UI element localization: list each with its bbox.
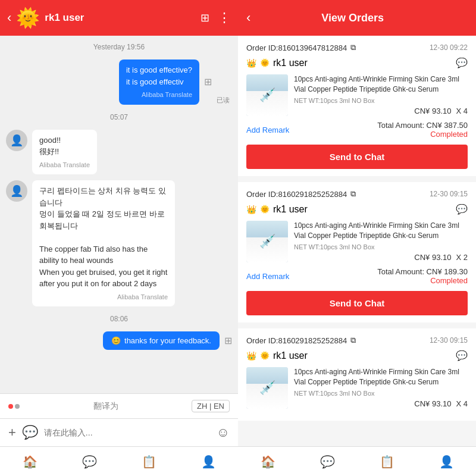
sender-avatar-2: 👤 [6, 180, 27, 202]
chat-username: rk1 user [45, 12, 84, 24]
order-copy-icon-3[interactable]: ⧉ [350, 336, 356, 345]
total-area-2: Total Amount: CN¥ 189.30 Completed [377, 267, 468, 285]
crown-icon-2: 👑 [246, 205, 256, 214]
status-2: Completed [377, 276, 468, 285]
product-price-row-1: CN¥ 93.10 X 4 [294, 107, 468, 115]
bottom-nav-profile[interactable]: 👤 [201, 455, 216, 469]
total-text-2: Total Amount: CN¥ 189.30 [377, 267, 468, 276]
dot-red [8, 404, 13, 409]
product-qty-2: X 2 [456, 253, 468, 262]
product-price-1: CN¥ 93.10 [414, 107, 451, 115]
orders-back-button[interactable]: ‹ [246, 10, 250, 26]
send-to-chat-btn-1[interactable]: Send to Chat [246, 145, 468, 169]
order-id-text-2: Order ID:8160291825252884 [246, 190, 347, 199]
chat-user-area: 🌞 rk1 user [16, 7, 201, 29]
timestamp-0806: 08:06 [6, 315, 232, 323]
chat-header-icons: ⊞ ⋮ [201, 10, 231, 26]
message-outgoing-1: 已读 ⊞ it is good effective?it is good eff… [6, 60, 232, 105]
product-info-3: 10pcs Anti-aging Anti-Wrinkle Firming Sk… [294, 367, 468, 409]
chat-bubble-icon-3[interactable]: 💬 [456, 350, 468, 361]
copy-emoji-icon[interactable]: ⊞ [224, 335, 232, 346]
send-to-chat-btn-2[interactable]: Send to Chat [246, 291, 468, 315]
chat-bubble-icon-1[interactable]: 💬 [456, 57, 468, 68]
orders-nav-profile[interactable]: 👤 [439, 455, 454, 469]
order-id-row-2: Order ID:8160291825252884 ⧉ 12-30 09:15 [246, 189, 468, 199]
bottom-nav-chat[interactable]: 💬 [82, 455, 97, 469]
product-image-1 [246, 74, 288, 116]
order-copy-icon-2[interactable]: ⧉ [350, 189, 356, 199]
bottom-nav-home[interactable]: 🏠 [23, 455, 37, 469]
product-price-3: CN¥ 93.10 [414, 399, 451, 408]
message-chinese-1: 很好!! [39, 146, 90, 158]
order-username-3: rk1 user [273, 350, 308, 361]
product-qty-1: X 4 [456, 107, 468, 115]
orders-header: ‹ View Orders [238, 0, 476, 36]
translate-bar: 翻译为 ZH | EN [0, 393, 238, 418]
product-name-3: 10pcs Anti-aging Anti-Wrinkle Firming Sk… [294, 367, 468, 387]
chat-panel: ‹ 🌞 rk1 user ⊞ ⋮ Yesterday 19:56 已读 ⊞ it… [0, 0, 238, 476]
chat-back-button[interactable]: ‹ [7, 10, 11, 26]
product-price-row-3: CN¥ 93.10 X 4 [294, 399, 468, 408]
read-status: 已读 [217, 96, 230, 105]
translate-label-1: Alibaba Translate [126, 90, 192, 100]
sender-avatar-1: 👤 [6, 130, 27, 151]
orders-nav-home[interactable]: 🏠 [261, 455, 275, 469]
chat-header: ‹ 🌞 rk1 user ⊞ ⋮ [0, 0, 238, 36]
flag-icon-1: 🌞 [260, 58, 270, 67]
product-price-row-2: CN¥ 93.10 X 2 [294, 253, 468, 262]
copy-message-icon[interactable]: ⊞ [204, 76, 212, 87]
product-name-2: 10pcs Anti-aging Anti-Wrinkle Firming Sk… [294, 221, 468, 241]
timestamp-yesterday: Yesterday 19:56 [6, 43, 232, 51]
product-net-wt-3: NET WT:10pcs 3ml NO Box [294, 390, 468, 397]
flag-icon-2: 🌞 [260, 205, 270, 214]
smile-button[interactable]: ☺ [217, 425, 230, 440]
message-korean-1: good!! [39, 134, 90, 146]
total-text-1: Total Amount: CN¥ 387.50 [377, 121, 468, 130]
translate-text: 翻译为 [93, 401, 118, 412]
dot-gray [15, 404, 20, 409]
message-text-1: it is good effective?it is good effectiv [126, 64, 192, 87]
product-info-1: 10pcs Anti-aging Anti-Wrinkle Firming Sk… [294, 74, 468, 116]
order-card-2: Order ID:8160291825252884 ⧉ 12-30 09:15 … [238, 182, 476, 322]
order-card-1: Order ID:8160139647812884 ⧉ 12-30 09:22 … [238, 36, 476, 176]
order-id-text-3: Order ID:8160291825252884 [246, 336, 347, 345]
order-id-row-3: Order ID:8160291825252884 ⧉ 12-30 09:15 [246, 336, 468, 345]
product-qty-3: X 4 [456, 399, 468, 408]
orders-nav-chat[interactable]: 💬 [320, 455, 335, 469]
more-icon[interactable]: ⋮ [218, 10, 231, 26]
order-date-2: 12-30 09:15 [430, 190, 468, 198]
flag-icon-3: 🌞 [260, 351, 270, 360]
message-incoming-2: 👤 구리 펩타이드는 상처 치유 능력도 있습니다멍이 들었을 때 2일 정도 … [6, 180, 232, 306]
message-english-2: The copper fab Tid also has the ability … [39, 243, 168, 290]
order-date-1: 12-30 09:22 [430, 43, 468, 52]
product-name-1: 10pcs Anti-aging Anti-Wrinkle Firming Sk… [294, 74, 468, 95]
add-remark-2[interactable]: Add Remark [246, 272, 289, 281]
translate-label-2: Alibaba Translate [39, 160, 90, 170]
message-korean-2: 구리 펩타이드는 상처 치유 능력도 있습니다멍이 들었을 때 2일 정도 바르… [39, 185, 168, 231]
copy-icon[interactable]: ⊞ [201, 11, 209, 24]
lang-switch[interactable]: ZH | EN [192, 400, 230, 412]
product-price-2: CN¥ 93.10 [414, 253, 451, 262]
emoji-icon: 😊 [111, 336, 121, 345]
crown-icon-3: 👑 [246, 351, 256, 361]
chat-bubble-icon-2[interactable]: 💬 [456, 203, 468, 215]
message-input[interactable] [44, 428, 211, 437]
message-outgoing-emoji: ⊞ 😊 thanks for your feedback. [6, 331, 232, 350]
bubble-button[interactable]: 💬 [22, 425, 38, 440]
product-info-2: 10pcs Anti-aging Anti-Wrinkle Firming Sk… [294, 221, 468, 262]
order-user-row-3: 👑 🌞 rk1 user 💬 [246, 350, 468, 361]
order-id-row-1: Order ID:8160139647812884 ⧉ 12-30 09:22 [246, 43, 468, 52]
add-remark-1[interactable]: Add Remark [246, 126, 289, 134]
product-image-2 [246, 221, 288, 262]
bottom-nav-orders[interactable]: 📋 [142, 455, 156, 469]
product-row-1: 10pcs Anti-aging Anti-Wrinkle Firming Sk… [246, 74, 468, 116]
input-bar: + 💬 ☺ [0, 418, 238, 446]
orders-nav-orders[interactable]: 📋 [380, 455, 394, 469]
order-username-2: rk1 user [273, 204, 308, 215]
total-area-1: Total Amount: CN¥ 387.50 Completed [377, 121, 468, 139]
message-incoming-1: 👤 good!! 很好!! Alibaba Translate [6, 130, 232, 175]
orders-bottom-nav: 🏠 💬 📋 👤 [238, 446, 476, 476]
plus-button[interactable]: + [8, 425, 16, 440]
order-copy-icon-1[interactable]: ⧉ [350, 43, 356, 52]
bubble-emoji: 😊 thanks for your feedback. [103, 331, 220, 350]
